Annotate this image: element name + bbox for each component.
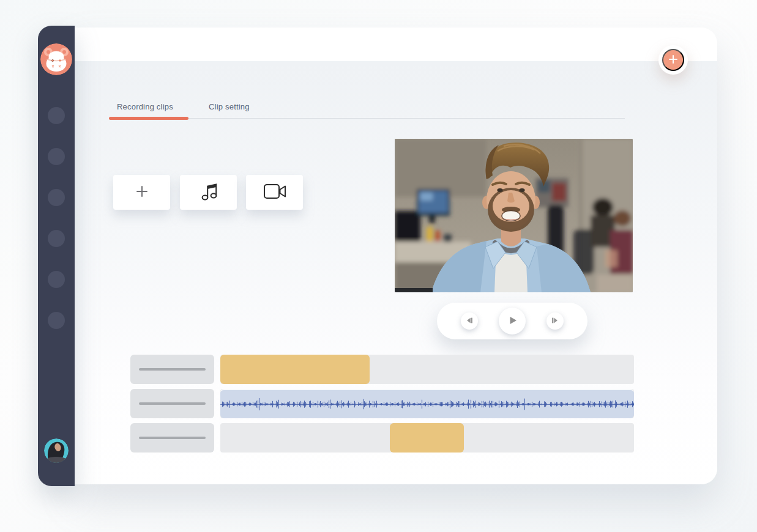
sidebar-item-3[interactable] [48,189,65,206]
app-logo[interactable] [40,43,72,75]
active-tab-indicator [109,117,188,120]
track-3-lane [220,423,634,453]
timeline-track-1 [130,355,634,384]
add-video-button[interactable] [246,175,303,210]
tab-clip-setting[interactable]: Clip setting [209,102,250,111]
play-button[interactable] [499,308,526,334]
track-2-label-handle[interactable] [130,389,214,418]
step-backward-button[interactable] [461,312,478,330]
main-panel: Recording clips Clip setting [75,28,717,484]
step-backward-icon [465,316,474,327]
audio-waveform-canvas [220,391,634,418]
playback-controls [437,303,587,339]
step-forward-button[interactable] [546,312,564,330]
user-avatar-photo [44,454,69,463]
track-3-label-handle[interactable] [130,423,214,453]
sidebar [38,26,75,486]
track-1-lane [220,355,634,384]
add-track-button[interactable] [113,175,170,210]
track-2-lane [220,389,634,418]
sidebar-item-5[interactable] [48,271,65,288]
add-clip-fab-button[interactable] [662,49,684,71]
fab-ring [658,45,688,75]
smiling-man-office-photo [395,284,633,292]
monkey-logo-icon [40,67,72,75]
sidebar-item-1[interactable] [48,107,65,124]
track-1-clip[interactable] [220,355,370,384]
tab-recording-clips[interactable]: Recording clips [117,102,173,111]
play-icon [506,314,518,328]
timeline-track-3 [130,423,634,453]
track-1-label-handle[interactable] [130,355,214,384]
audio-waveform-clip[interactable] [220,389,634,418]
sidebar-item-4[interactable] [48,230,65,247]
track-3-clip[interactable] [390,423,464,453]
plus-icon [135,184,149,201]
add-music-button[interactable] [180,175,237,210]
user-avatar[interactable] [44,438,69,463]
music-note-icon [198,180,220,204]
video-camera-icon [263,182,287,202]
plus-icon [668,54,678,66]
step-forward-icon [551,316,559,327]
timeline-track-2 [130,389,634,418]
video-preview [395,139,633,292]
sidebar-item-2[interactable] [48,148,65,165]
sidebar-item-6[interactable] [48,312,65,329]
